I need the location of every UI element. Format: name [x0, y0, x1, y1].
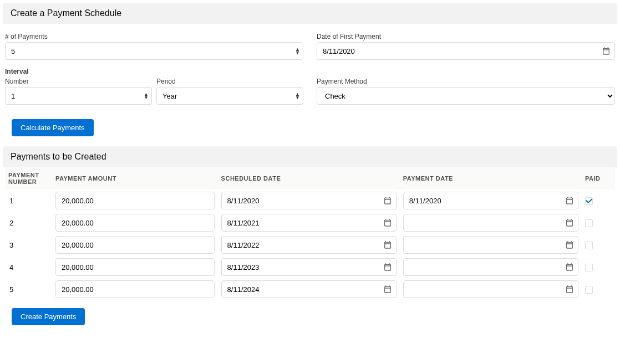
paid-checkbox[interactable]	[585, 264, 593, 271]
interval-label: Interval	[5, 68, 615, 75]
first-payment-date-input[interactable]	[317, 42, 615, 60]
payment-number-cell: 5	[5, 278, 52, 300]
calendar-icon[interactable]	[602, 47, 611, 55]
table-row: 4	[5, 256, 615, 278]
create-payments-button[interactable]: Create Payments	[12, 308, 85, 325]
th-payment-number: Payment Number	[5, 167, 52, 189]
table-row: 2	[5, 212, 615, 234]
table-row: 1	[5, 189, 615, 212]
paid-checkbox[interactable]	[585, 242, 593, 249]
payments-to-create-section: Payments to be Created Payment Number Pa…	[3, 146, 617, 325]
scheduled-date-input[interactable]	[221, 258, 397, 276]
calendar-icon[interactable]	[565, 263, 574, 271]
payments-table: Payment Number Payment Amount Scheduled …	[5, 167, 615, 300]
payment-amount-input[interactable]	[55, 192, 215, 209]
interval-number-label: Number	[5, 78, 152, 85]
interval-period-label: Period	[156, 78, 303, 85]
th-payment-amount: Payment Amount	[52, 167, 218, 189]
payment-method-label: Payment Method	[317, 78, 615, 85]
calendar-icon[interactable]	[565, 240, 574, 249]
th-scheduled-date: Scheduled Date	[218, 167, 400, 189]
th-paid: Paid	[582, 167, 615, 189]
create-schedule-section: Create a Payment Schedule # of Payments …	[3, 3, 617, 136]
first-payment-date-label: Date of First Payment	[317, 33, 615, 40]
scheduled-date-input[interactable]	[221, 236, 397, 254]
calendar-icon[interactable]	[565, 285, 574, 294]
payment-number-cell: 3	[5, 234, 52, 256]
payment-number-cell: 4	[5, 256, 52, 278]
payment-amount-input[interactable]	[55, 236, 215, 254]
num-payments-input[interactable]	[5, 42, 303, 60]
calendar-icon[interactable]	[383, 218, 392, 227]
paid-checkbox[interactable]	[585, 286, 593, 294]
payment-date-input[interactable]	[403, 192, 578, 209]
schedule-section-title: Create a Payment Schedule	[3, 3, 617, 24]
scheduled-date-input[interactable]	[221, 192, 397, 209]
calendar-icon[interactable]	[383, 285, 392, 294]
calendar-icon[interactable]	[565, 218, 574, 227]
paid-checkbox[interactable]	[585, 197, 593, 205]
payment-number-cell: 1	[5, 189, 52, 212]
scheduled-date-input[interactable]	[221, 280, 397, 298]
calendar-icon[interactable]	[565, 196, 574, 205]
interval-period-input[interactable]	[156, 87, 303, 105]
payment-amount-input[interactable]	[55, 280, 215, 298]
table-row: 3	[5, 234, 615, 256]
results-section-title: Payments to be Created	[3, 146, 617, 167]
payment-date-input[interactable]	[403, 280, 578, 298]
calculate-payments-button[interactable]: Calculate Payments	[12, 119, 94, 136]
calendar-icon[interactable]	[383, 240, 392, 249]
paid-checkbox[interactable]	[585, 219, 593, 227]
calendar-icon[interactable]	[383, 196, 392, 205]
payment-date-input[interactable]	[403, 214, 578, 232]
th-payment-date: Payment Date	[400, 167, 582, 189]
payment-amount-input[interactable]	[55, 214, 215, 232]
payment-amount-input[interactable]	[55, 258, 215, 276]
payment-number-cell: 2	[5, 212, 52, 234]
payment-date-input[interactable]	[403, 236, 578, 254]
interval-number-input[interactable]	[5, 87, 152, 105]
payment-method-select[interactable]: Check	[317, 87, 615, 105]
scheduled-date-input[interactable]	[221, 214, 397, 232]
num-payments-label: # of Payments	[5, 33, 303, 40]
payment-date-input[interactable]	[403, 258, 578, 276]
table-row: 5	[5, 278, 615, 300]
calendar-icon[interactable]	[383, 263, 392, 271]
